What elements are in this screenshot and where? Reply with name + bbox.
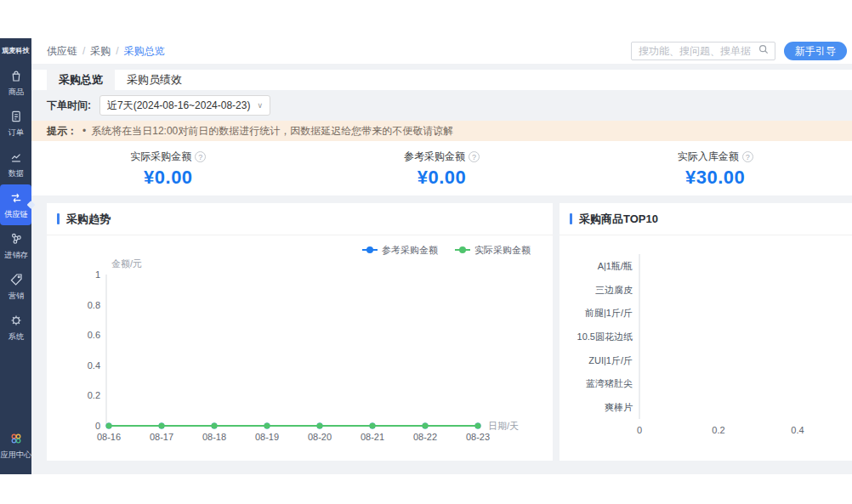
page: 观麦科技 商品 订单 [0, 0, 852, 504]
sidebar-item-marketing[interactable]: 营销 [0, 266, 31, 307]
top10-chart-svg: A|1瓶/瓶三边腐皮前腿|1斤/斤10.5圆花边纸ZUI|1斤/斤蓝湾猪肚尖爽棒… [559, 247, 852, 451]
title-accent-bar [570, 213, 572, 224]
sidebar-item-label: 商品 [8, 87, 23, 98]
tag-icon [9, 272, 24, 287]
purchase-top10-panel: 采购商品TOP10 A|1瓶/瓶三边腐皮前腿|1斤/斤10.5圆花边纸ZUI|1… [559, 203, 852, 461]
chart-legend: 参考采购金额 实际采购金额 [47, 241, 553, 259]
filter-row: 下单时间: 近7天(2024-08-16~2024-08-23) ∨ [31, 90, 852, 121]
svg-text:1: 1 [95, 269, 100, 280]
svg-text:0.4: 0.4 [88, 360, 100, 371]
svg-text:0.4: 0.4 [791, 425, 804, 435]
metric-label-text: 实际采购金额 [130, 150, 191, 164]
trend-chart-svg: 金额/元00.20.40.60.8108-1608-1708-1808-1908… [57, 259, 542, 456]
panel-header: 采购商品TOP10 [559, 203, 852, 235]
chart-icon [9, 150, 24, 165]
date-range-value: 近7天(2024-08-16~2024-08-23) [107, 99, 250, 113]
trend-chart-area: 金额/元00.20.40.60.8108-1608-1708-1808-1908… [47, 259, 553, 456]
metric-value: ¥0.00 [31, 167, 305, 189]
sidebar: 观麦科技 商品 订单 [0, 38, 31, 474]
sidebar-item-app-center[interactable]: 应用中心 [0, 425, 31, 466]
spacer [31, 195, 852, 203]
panel-header: 采购趋势 [47, 203, 553, 235]
svg-text:0.2: 0.2 [88, 390, 100, 400]
svg-text:ZUI|1斤/斤: ZUI|1斤/斤 [588, 355, 633, 365]
metrics-band: 实际采购金额 ? ¥0.00 参考采购金额 ? ¥0.00 实际入库金额 ? [31, 141, 852, 195]
breadcrumb-separator: / [116, 45, 118, 57]
document-icon [9, 109, 24, 124]
brand-logo: 观麦科技 [0, 38, 31, 62]
purchase-trend-panel: 采购趋势 参考采购金额 实际采购金额 金额/元00.20.40.60 [47, 203, 553, 461]
sidebar-item-data[interactable]: 数据 [0, 144, 31, 184]
svg-text:三边腐皮: 三边腐皮 [595, 285, 633, 295]
notice-bar: 提示： • 系统将在当日12:00对前日的数据进行统计，因数据延迟给您带来的不便… [31, 121, 852, 141]
sidebar-item-label: 进销存 [4, 250, 28, 261]
svg-text:0.2: 0.2 [712, 425, 724, 435]
sidebar-item-label: 订单 [8, 127, 23, 139]
bullet-icon: • [82, 125, 86, 137]
nodes-icon [9, 231, 24, 246]
notice-text: 系统将在当日12:00对前日的数据进行统计，因数据延迟给您带来的不便敬请谅解 [91, 124, 453, 139]
trend-legend-item[interactable]: 参考采购金额 [362, 244, 438, 257]
metric-actual-purchase: 实际采购金额 ? ¥0.00 [31, 148, 305, 189]
svg-text:金额/元: 金额/元 [111, 259, 142, 269]
header-right: 新手引导 [631, 42, 847, 60]
search-box[interactable] [631, 42, 775, 60]
svg-text:08-21: 08-21 [361, 432, 384, 442]
trend-legend-item[interactable]: 实际采购金额 [455, 244, 531, 257]
sidebar-item-orders[interactable]: 订单 [0, 103, 31, 144]
svg-text:日期/天: 日期/天 [488, 421, 519, 431]
help-icon[interactable]: ? [469, 151, 480, 162]
svg-text:0.8: 0.8 [88, 300, 100, 310]
tab-bar: 采购总览 采购员绩效 [31, 70, 852, 90]
svg-text:爽棒片: 爽棒片 [605, 402, 633, 412]
metric-label: 参考采购金额 ? [404, 150, 480, 164]
svg-text:0: 0 [637, 425, 642, 435]
panels-row: 采购趋势 参考采购金额 实际采购金额 金额/元00.20.40.60 [31, 203, 852, 461]
beginner-guide-button[interactable]: 新手引导 [784, 42, 847, 60]
chevron-down-icon: ∨ [257, 101, 263, 110]
spacer [31, 64, 852, 70]
app-center-icon [9, 431, 24, 446]
tab-purchase-overview[interactable]: 采购总览 [47, 70, 115, 90]
help-icon[interactable]: ? [195, 151, 206, 162]
tab-buyer-performance[interactable]: 采购员绩效 [115, 70, 194, 90]
legend-dot-icon [366, 246, 373, 253]
breadcrumb-purchase[interactable]: 采购 [90, 44, 111, 59]
metric-actual-inbound: 实际入库金额 ? ¥30.00 [578, 148, 852, 189]
exchange-arrows-icon [9, 190, 24, 206]
metric-value: ¥30.00 [578, 167, 852, 189]
panel-title: 采购趋势 [66, 212, 111, 227]
sidebar-item-supply-chain[interactable]: 供应链 [0, 184, 31, 225]
breadcrumb-current: 采购总览 [124, 44, 165, 59]
sidebar-item-inventory[interactable]: 进销存 [0, 225, 31, 266]
sidebar-item-goods[interactable]: 商品 [0, 62, 31, 103]
svg-text:08-18: 08-18 [202, 432, 226, 442]
legend-label: 参考采购金额 [382, 244, 438, 257]
sidebar-item-system[interactable]: 系统 [0, 307, 31, 348]
svg-text:A|1瓶/瓶: A|1瓶/瓶 [598, 261, 633, 271]
title-accent-bar [57, 213, 60, 224]
sidebar-item-label: 数据 [8, 168, 23, 179]
search-icon[interactable] [758, 43, 770, 59]
breadcrumb-separator: / [82, 45, 85, 57]
search-input[interactable] [639, 45, 758, 57]
svg-text:前腿|1斤/斤: 前腿|1斤/斤 [584, 308, 633, 318]
legend-dot-icon [459, 246, 466, 253]
metric-label-text: 实际入库金额 [678, 150, 739, 164]
breadcrumb-supply-chain[interactable]: 供应链 [47, 44, 77, 59]
legend-line-marker [455, 249, 470, 251]
help-icon[interactable]: ? [742, 151, 753, 162]
svg-text:08-16: 08-16 [97, 432, 121, 442]
panel-title: 采购商品TOP10 [579, 212, 658, 227]
metric-label: 实际入库金额 ? [678, 150, 753, 164]
svg-text:08-19: 08-19 [255, 432, 279, 442]
date-range-select[interactable]: 近7天(2024-08-16~2024-08-23) ∨ [99, 95, 270, 116]
metric-reference-purchase: 参考采购金额 ? ¥0.00 [305, 148, 579, 189]
main-content: 供应链 / 采购 / 采购总览 新手引导 [31, 38, 852, 474]
gear-icon [9, 313, 24, 328]
order-time-label: 下单时间: [47, 99, 91, 113]
svg-text:0.6: 0.6 [88, 330, 100, 340]
top10-chart-area: A|1瓶/瓶三边腐皮前腿|1斤/斤10.5圆花边纸ZUI|1斤/斤蓝湾猪肚尖爽棒… [559, 247, 852, 451]
svg-text:10.5圆花边纸: 10.5圆花边纸 [577, 331, 633, 342]
legend-label: 实际采购金额 [474, 244, 531, 257]
